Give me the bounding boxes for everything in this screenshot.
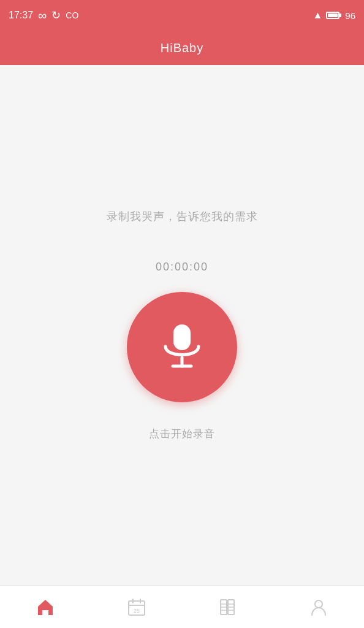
nav-profile[interactable] [273, 586, 365, 628]
battery-container [326, 12, 341, 19]
co-label: CO [66, 10, 78, 20]
mic-icon [154, 320, 210, 375]
wifi-icon: ▲ [313, 10, 322, 21]
nav-book[interactable] [182, 586, 273, 628]
status-left: 17:37 ∞ ↻ CO [9, 9, 78, 23]
battery-tip [339, 13, 341, 17]
subtitle-text: 录制我哭声，告诉您我的需求 [107, 209, 258, 224]
home-icon [36, 599, 55, 616]
calendar-icon: 25 [127, 598, 146, 616]
app-title: HiBaby [161, 41, 203, 55]
nav-home[interactable] [0, 586, 91, 628]
timer-display: 00:00:00 [156, 261, 208, 274]
svg-text:25: 25 [134, 608, 140, 614]
record-button[interactable] [127, 292, 237, 402]
svg-point-16 [315, 600, 322, 608]
status-bar: 17:37 ∞ ↻ CO ▲ 96 [0, 0, 364, 31]
status-right: ▲ 96 [313, 10, 355, 21]
person-icon [309, 598, 328, 616]
time-display: 17:37 [9, 10, 33, 21]
start-recording-label: 点击开始录音 [149, 427, 215, 441]
app-header: HiBaby [0, 31, 364, 65]
main-content: 录制我哭声，告诉您我的需求 00:00:00 点击开始录音 [0, 65, 364, 585]
refresh-icon: ↻ [51, 9, 61, 22]
book-icon [218, 598, 237, 616]
infinity-icon: ∞ [38, 9, 47, 23]
bottom-navigation: 25 [0, 585, 364, 628]
battery-icon [326, 12, 339, 19]
battery-level: 96 [345, 10, 355, 21]
svg-rect-0 [173, 324, 191, 350]
nav-calendar[interactable]: 25 [91, 586, 183, 628]
